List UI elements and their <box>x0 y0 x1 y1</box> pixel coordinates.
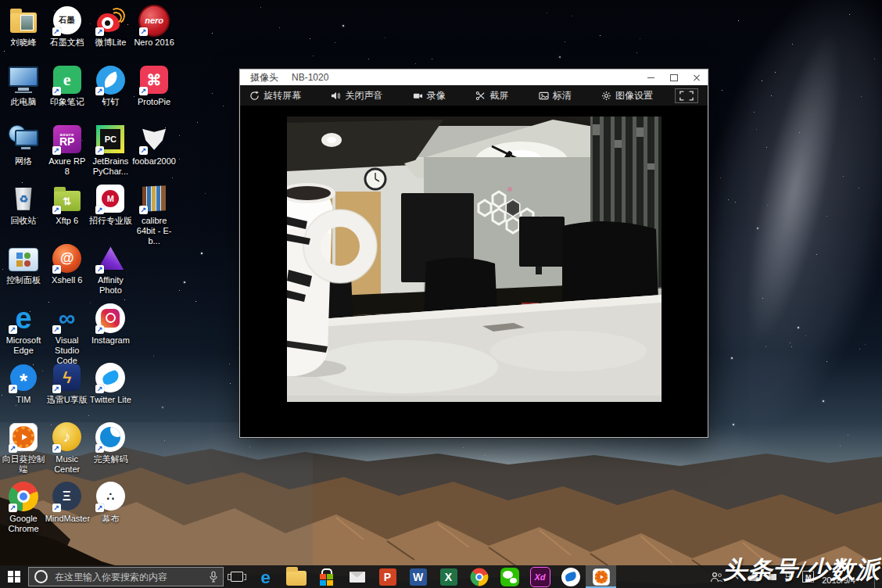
desktop-icon-music-center[interactable]: ♪↗Music Center <box>45 421 89 475</box>
desktop-icon-calibre[interactable]: ↗calibre 64bit - E-b... <box>132 183 176 246</box>
liu-xiaofeng-folder-icon <box>8 5 39 36</box>
camcorder-icon <box>413 91 423 101</box>
desktop-icon-axure-rp-8[interactable]: axureRP↗Axure RP 8 <box>45 124 89 177</box>
minimize-button[interactable] <box>640 70 662 85</box>
shortcut-arrow-icon: ↗ <box>139 146 148 155</box>
desktop-icon-dingtalk[interactable]: ↗钉钉 <box>88 64 132 107</box>
desktop-icon-label: calibre 64bit - E-b... <box>132 216 176 246</box>
this-pc-icon <box>8 64 39 95</box>
desktop-icon-instagram[interactable]: ↗Instagram <box>88 303 132 346</box>
maximize-button[interactable] <box>662 70 685 85</box>
desktop-icon-weibo-lite[interactable]: ↗微博Lite <box>88 5 132 48</box>
toolbar-button-rotate-screen[interactable]: 旋转屏幕 <box>249 89 301 102</box>
desktop-icon-affinity-photo[interactable]: ↗Affinity Photo <box>88 242 132 296</box>
desktop-icon-perfect-decoder[interactable]: ↗完美解码 <box>88 421 132 464</box>
desktop-icon-xshell-6[interactable]: @↗Xshell 6 <box>45 242 89 285</box>
shortcut-arrow-icon: ↗ <box>9 325 17 334</box>
desktop-icon-mubu[interactable]: ∴↗幕布 <box>88 481 132 524</box>
toolbar-button-record-video[interactable]: 录像 <box>413 89 446 102</box>
wechat-icon <box>500 568 519 586</box>
desktop-icon-label: JetBrains PyChar... <box>88 156 132 177</box>
taskbar-app-powerpoint[interactable]: P <box>372 565 403 588</box>
window-titlebar[interactable]: 摄像头 NB-1020 <box>240 70 708 85</box>
google-chrome-icon: ↗ <box>8 481 39 512</box>
taskbar-date: 2018/9/4 <box>822 575 855 585</box>
taskbar-app-thunder[interactable] <box>555 565 586 588</box>
onedrive-cloud-icon[interactable] <box>747 572 760 582</box>
task-view-icon <box>231 572 243 582</box>
windows-logo-icon <box>8 571 20 583</box>
desktop-icon-nero-2016[interactable]: nero↗Nero 2016 <box>132 5 176 48</box>
desktop-icon-jetbrains-pycharm[interactable]: PC↗JetBrains PyChar... <box>88 124 132 177</box>
window-title: 摄像头 <box>250 71 278 84</box>
fullscreen-button[interactable] <box>675 88 698 103</box>
close-button[interactable] <box>685 70 708 85</box>
ime-indicator[interactable]: 中 <box>785 570 794 583</box>
show-desktop-button[interactable] <box>874 565 879 588</box>
desktop-icon-google-chrome[interactable]: ↗Google Chrome <box>2 481 45 534</box>
desktop-icon-network[interactable]: 网络 <box>2 124 45 167</box>
desktop-icon-label: ProtoPie <box>132 97 176 107</box>
desktop-icon-recycle-bin[interactable]: ♻回收站 <box>2 183 45 226</box>
m-badge-icon[interactable]: M <box>802 571 814 583</box>
toolbar-button-definition[interactable]: 标清 <box>539 89 572 102</box>
desktop-icon-microsoft-edge[interactable]: e↗Microsoft Edge <box>2 303 45 356</box>
music-center-icon: ♪↗ <box>52 421 83 453</box>
desktop-icon-liu-xiaofeng-folder[interactable]: 刘晓峰 <box>2 5 45 48</box>
desktop-icon-twitter-lite[interactable]: ↗Twitter Lite <box>88 362 132 405</box>
taskbar: ePWXXd 中 M 2018/9/4 <box>0 565 882 588</box>
taskbar-app-edge[interactable]: e <box>250 565 281 588</box>
shortcut-arrow-icon: ↗ <box>52 27 61 36</box>
taskbar-app-google-chrome[interactable] <box>464 565 494 588</box>
word-icon: W <box>410 568 427 586</box>
shortcut-arrow-icon: ↗ <box>95 444 104 453</box>
taskbar-app-wechat[interactable] <box>494 565 525 588</box>
desktop-icon-evernote[interactable]: e↗印象笔记 <box>45 64 89 107</box>
task-view-button[interactable] <box>224 565 250 588</box>
desktop-icon-label: 迅雷U享版 <box>45 395 89 405</box>
toolbar-button-mute-sound[interactable]: 关闭声音 <box>331 89 382 102</box>
desktop-icon-label: 向日葵控制端 <box>2 454 45 475</box>
shortcut-arrow-icon: ↗ <box>95 385 104 393</box>
taskbar-app-file-explorer[interactable] <box>281 565 311 588</box>
taskbar-app-adobe-xd[interactable]: Xd <box>525 565 555 588</box>
toolbar-button-screenshot[interactable]: 截屏 <box>475 89 508 102</box>
desktop-icon-tim[interactable]: *↗TIM <box>2 362 45 405</box>
microphone-icon[interactable] <box>210 571 217 583</box>
desktop-icon-shimo-docs[interactable]: 石墨↗石墨文档 <box>45 5 89 48</box>
mindmaster-icon: Ξ↗ <box>52 481 83 512</box>
desktop-icon-xunlei-u[interactable]: ϟ↗迅雷U享版 <box>45 362 89 405</box>
camera-toolbar: 旋转屏幕关闭声音录像截屏标清图像设置 <box>240 85 708 106</box>
desktop-icon-xftp-6[interactable]: ⇅↗Xftp 6 <box>45 183 89 226</box>
taskbar-app-microsoft-store[interactable] <box>311 565 342 588</box>
shortcut-arrow-icon: ↗ <box>52 206 61 214</box>
desktop-icon-control-panel[interactable]: 控制面板 <box>2 242 45 285</box>
desktop-icon-cmb-pro[interactable]: M↗招行专业版 <box>88 183 132 226</box>
desktop-icon-sunflower-client[interactable]: ↗向日葵控制端 <box>2 421 45 475</box>
search-input[interactable] <box>53 571 204 583</box>
desktop-icon-label: Twitter Lite <box>88 395 132 405</box>
desktop-icon-this-pc[interactable]: 此电脑 <box>2 64 45 107</box>
taskbar-app-sunflower-remote[interactable] <box>586 565 616 588</box>
taskbar-app-excel[interactable]: X <box>433 565 464 588</box>
taskbar-search[interactable] <box>28 567 224 586</box>
toolbar-button-image-settings[interactable]: 图像设置 <box>601 89 653 102</box>
chevron-up-icon[interactable] <box>730 574 739 580</box>
xftp-6-icon: ⇅↗ <box>52 183 83 214</box>
desktop-icon-visual-studio-code[interactable]: ∞↗Visual Studio Code <box>45 303 89 366</box>
instagram-icon: ↗ <box>95 303 126 334</box>
app-window-icon[interactable] <box>768 573 777 581</box>
taskbar-app-mail[interactable] <box>342 565 372 588</box>
start-button[interactable] <box>0 565 28 588</box>
people-icon[interactable] <box>710 572 722 583</box>
picture-icon <box>539 91 549 101</box>
taskbar-clock[interactable]: 2018/9/4 <box>822 575 855 585</box>
desktop-icon-foobar2000[interactable]: ↗foobar2000 <box>132 124 176 167</box>
desktop-icon-protopie[interactable]: ⌘↗ProtoPie <box>132 64 176 107</box>
microsoft-edge-icon: e↗ <box>8 303 39 334</box>
taskbar-app-word[interactable]: W <box>403 565 433 588</box>
toolbar-button-label: 关闭声音 <box>345 89 382 102</box>
powerpoint-icon: P <box>379 568 396 586</box>
desktop-icon-mindmaster[interactable]: Ξ↗MindMaster <box>45 481 89 524</box>
shortcut-arrow-icon: ↗ <box>9 504 17 512</box>
